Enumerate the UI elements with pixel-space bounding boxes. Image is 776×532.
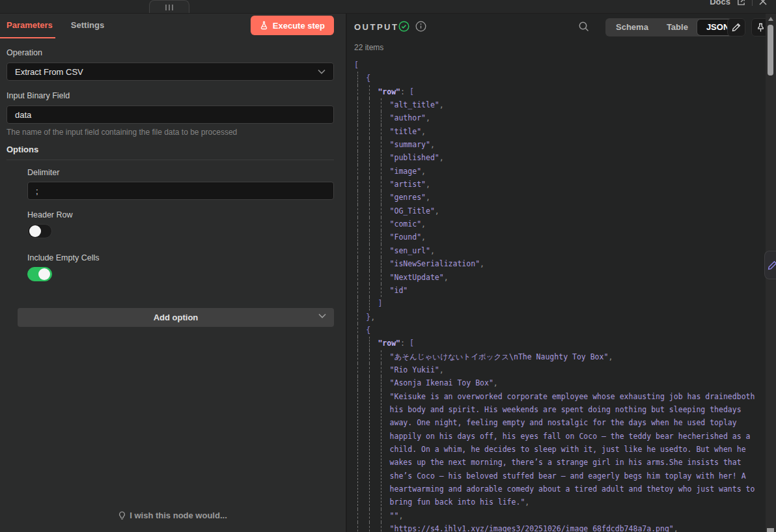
include-empty-cells-toggle[interactable] bbox=[27, 267, 52, 281]
left-tabs: ParametersSettings bbox=[7, 14, 104, 38]
input-binary-field-input[interactable] bbox=[7, 105, 334, 124]
json-line: "OG_Title", bbox=[354, 204, 758, 217]
json-line: "", bbox=[354, 509, 758, 522]
lightbulb-icon bbox=[118, 511, 126, 520]
node-wish-link[interactable]: I wish this node would... bbox=[0, 511, 346, 520]
json-line: "NextUpdate", bbox=[354, 271, 758, 284]
items-count: 22 items bbox=[354, 43, 383, 52]
delimiter-label: Delimiter bbox=[27, 168, 59, 177]
output-title: OUTPUT bbox=[354, 22, 398, 32]
json-line: "artist", bbox=[354, 178, 758, 191]
json-code: [{"row": ["alt_title","author","title","… bbox=[354, 59, 758, 532]
add-option-label: Add option bbox=[154, 313, 199, 322]
parameters-panel-header: ParametersSettings Execute step bbox=[0, 14, 346, 38]
output-panel: OUTPUT 22 items SchemaTableJSON [{"row":… bbox=[347, 14, 776, 532]
json-line: }, bbox=[354, 311, 758, 324]
json-line: "row": [ bbox=[354, 85, 758, 98]
view-tab-schema[interactable]: Schema bbox=[607, 20, 658, 35]
flask-icon bbox=[260, 21, 268, 30]
include-empty-cells-label: Include Empty Cells bbox=[27, 253, 99, 262]
json-line: { bbox=[354, 324, 758, 337]
json-line: "isNewSerialization", bbox=[354, 257, 758, 270]
info-icon[interactable] bbox=[415, 21, 426, 32]
json-line: "comic", bbox=[354, 217, 758, 231]
operation-select[interactable]: Extract From CSV bbox=[7, 63, 334, 81]
json-line: "genres", bbox=[354, 191, 758, 204]
execute-step-label: Execute step bbox=[273, 21, 325, 31]
scrollbar-thumb[interactable] bbox=[768, 25, 773, 76]
panel-drag-handle[interactable] bbox=[149, 0, 189, 14]
parameters-panel: ParametersSettings Execute step Operatio… bbox=[0, 14, 346, 532]
success-check-icon bbox=[398, 21, 409, 32]
divider bbox=[752, 0, 753, 6]
json-line: "Found", bbox=[354, 231, 758, 244]
pencil-icon bbox=[732, 23, 741, 32]
search-icon[interactable] bbox=[578, 21, 590, 33]
output-view-tabs: SchemaTableJSON bbox=[605, 18, 740, 36]
floating-edit-button[interactable] bbox=[764, 251, 776, 279]
chevron-down-icon bbox=[318, 313, 326, 318]
delimiter-input[interactable] bbox=[27, 182, 334, 200]
input-binary-field-label: Input Binary Field bbox=[7, 91, 70, 100]
execute-step-button[interactable]: Execute step bbox=[251, 16, 334, 35]
add-option-button[interactable]: Add option bbox=[18, 308, 334, 327]
operation-label: Operation bbox=[7, 48, 42, 57]
chevron-down-icon bbox=[318, 69, 326, 74]
drag-handle-icon bbox=[165, 5, 167, 10]
view-tab-table[interactable]: Table bbox=[658, 20, 697, 35]
json-line: "author", bbox=[354, 111, 758, 124]
scroll-up-arrow-icon[interactable] bbox=[768, 17, 773, 21]
drag-handle-icon bbox=[169, 5, 170, 10]
json-line: ] bbox=[354, 297, 758, 310]
json-line: { bbox=[354, 72, 758, 85]
json-line: "Rio Yukii", bbox=[354, 363, 758, 376]
toggle-knob bbox=[29, 225, 41, 237]
json-line: "summary", bbox=[354, 138, 758, 151]
json-line: "id" bbox=[354, 284, 758, 297]
scrollbar-bottom[interactable] bbox=[767, 528, 774, 532]
options-divider bbox=[7, 160, 334, 160]
json-line: "alt_title", bbox=[354, 98, 758, 111]
close-icon[interactable] bbox=[759, 0, 767, 5]
options-heading: Options bbox=[7, 145, 38, 154]
operation-value: Extract From CSV bbox=[15, 67, 83, 77]
external-link-icon[interactable] bbox=[737, 0, 745, 6]
tab-parameters[interactable]: Parameters bbox=[7, 14, 53, 38]
header-row-toggle[interactable] bbox=[27, 224, 52, 238]
json-line: "row": [ bbox=[354, 337, 758, 350]
docs-link[interactable]: Docs bbox=[710, 0, 730, 7]
json-line: "Asonja Ikenai Toy Box", bbox=[354, 376, 758, 389]
json-line: "あそんじゃいけないトイボックス\nThe Naughty Toy Box", bbox=[354, 350, 758, 363]
pin-icon bbox=[756, 23, 765, 33]
json-line: "image", bbox=[354, 165, 758, 178]
input-binary-field-help: The name of the input field containing t… bbox=[7, 128, 237, 137]
header-row-label: Header Row bbox=[27, 210, 72, 219]
json-line: [ bbox=[354, 59, 758, 72]
json-line: "https://s4.ihlv1.xyz/images3/20251026/i… bbox=[354, 522, 758, 532]
json-line: "sen_url", bbox=[354, 244, 758, 257]
top-bar: Docs bbox=[0, 0, 776, 14]
json-line: "title", bbox=[354, 125, 758, 138]
edit-output-button[interactable] bbox=[727, 18, 745, 36]
pencil-icon bbox=[768, 260, 776, 270]
toggle-knob bbox=[38, 268, 50, 280]
json-line: "Keisuke is an overworked corporate empl… bbox=[354, 390, 758, 509]
drag-handle-icon bbox=[172, 5, 173, 10]
json-line: "published", bbox=[354, 151, 758, 164]
node-wish-label: I wish this node would... bbox=[130, 511, 227, 520]
tab-settings[interactable]: Settings bbox=[71, 14, 104, 38]
